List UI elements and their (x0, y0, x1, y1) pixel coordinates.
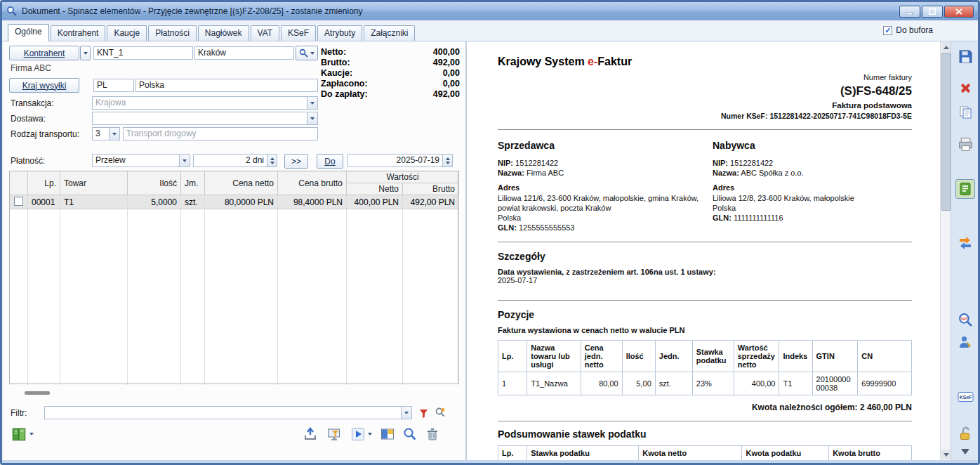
col-brutto[interactable]: Brutto (403, 183, 459, 195)
dostawa-label: Dostawa: (11, 112, 46, 126)
grid-row[interactable]: 00001 T1 5,0000 szt. 80,0000 PLN 98,4000… (10, 195, 459, 209)
zaplacono-label: Zapłacono: (321, 79, 368, 89)
kontrahent-code-field[interactable]: KNT_1 (93, 46, 193, 60)
copy-icon (958, 105, 973, 120)
row-checkbox[interactable] (14, 197, 23, 206)
cell-netto[interactable]: 400,00 PLN (347, 195, 403, 209)
title-bar[interactable]: Dokument - Spinacz elementów - Przyjęcie… (2, 2, 978, 20)
transport-name-field[interactable]: Transport drogowy (123, 127, 318, 140)
tab-platnosci[interactable]: Płatności (148, 25, 197, 41)
items-heading: Pozycje (498, 309, 912, 320)
col-wartosci[interactable]: Wartości (347, 171, 459, 183)
kontrahent-dropdown-icon[interactable] (80, 46, 91, 60)
run-button[interactable] (349, 425, 376, 443)
seller-address-label: Adres (498, 183, 519, 192)
divider (498, 300, 912, 301)
rodzaj-transportu-label: Rodzaj transportu: (11, 127, 79, 141)
kontrahent-button[interactable]: Kontrahent (9, 46, 79, 60)
cancel-button[interactable] (955, 78, 975, 98)
filter-settings-icon[interactable] (433, 405, 447, 419)
cell-cena-brutto[interactable]: 98,4000 PLN (278, 195, 347, 209)
filter-input[interactable] (44, 406, 412, 419)
print-button[interactable] (955, 134, 975, 154)
tab-zalaczniki[interactable]: Załączniki (364, 25, 415, 41)
zoom-button[interactable] (401, 425, 419, 443)
platnosc-select[interactable]: Przelew (92, 154, 190, 167)
buyer-block: Nabywca NIP: 1512281422 Nazwa: ABC Spółk… (713, 139, 912, 232)
tab-ogolne[interactable]: Ogólne (8, 24, 49, 41)
do-date-button[interactable]: Do (317, 154, 343, 169)
close-icon[interactable] (944, 6, 974, 18)
minimize-icon[interactable] (899, 6, 920, 18)
buyer-country: Polska (713, 203, 912, 213)
tab-kontrahent[interactable]: Kontrahent (51, 25, 106, 41)
grid-checkbox-header[interactable] (10, 171, 28, 195)
filter-funnel-icon[interactable] (416, 406, 430, 420)
filter-screen-button[interactable] (325, 425, 343, 443)
country-name-field[interactable]: Polska (135, 79, 318, 92)
cell-jm[interactable]: szt. (181, 195, 205, 209)
preview-scrollbar[interactable] (940, 41, 951, 460)
col-netto[interactable]: Netto (347, 183, 403, 195)
details-heading: Szczegóły (498, 251, 912, 262)
col-cena-netto[interactable]: Cena netto (205, 171, 278, 195)
grid-empty-area[interactable] (10, 209, 459, 385)
transport-code-select[interactable]: 3 (92, 127, 120, 140)
col-towar[interactable]: Towar (60, 171, 128, 195)
do-bufora-checkbox[interactable]: Do bufora (883, 25, 933, 35)
ksef-button[interactable]: KSeF (955, 387, 975, 407)
tab-ksef[interactable]: KSeF (281, 25, 316, 41)
tab-atrybuty[interactable]: Atrybuty (317, 25, 362, 41)
filter-label: Filtr: (11, 406, 27, 420)
cell-brutto[interactable]: 492,00 PLN (403, 195, 459, 209)
cell-towar[interactable]: T1 (60, 195, 128, 209)
termin-stepper[interactable]: 2 dni (193, 154, 277, 167)
chevron-down-icon (307, 97, 317, 109)
termin-date-field[interactable]: 2025-07-19 (347, 154, 453, 167)
cell-lp[interactable]: 00001 (28, 195, 60, 209)
catalog-icon (11, 426, 27, 443)
items-note: Faktura wystawiona w cenach netto w walu… (498, 326, 912, 334)
window-split-icon (380, 426, 395, 442)
catalog-button[interactable] (9, 425, 37, 443)
transfer-button[interactable] (955, 232, 975, 252)
unlock-button[interactable] (955, 424, 975, 443)
col-lp[interactable]: Lp. (28, 171, 60, 195)
buyer-heading: Nabywca (713, 139, 912, 152)
vat-check-button[interactable]: VAT (955, 310, 975, 329)
horizontal-scrollbar-thumb[interactable] (25, 391, 50, 395)
col-cena-brutto[interactable]: Cena brutto (278, 171, 347, 195)
cell-cena-netto[interactable]: 80,0000 PLN (205, 195, 278, 209)
ksef-preview-button[interactable] (955, 179, 975, 199)
country-code-field[interactable]: PL (93, 79, 134, 92)
tab-vat[interactable]: VAT (251, 25, 280, 41)
save-button[interactable] (955, 46, 975, 66)
contractor-edit-button[interactable] (955, 332, 975, 352)
svg-text:VAT: VAT (960, 316, 968, 320)
checkbox-icon[interactable] (883, 26, 892, 35)
maximize-icon[interactable] (922, 6, 943, 18)
scroll-up-icon[interactable] (941, 42, 951, 52)
kontrahent-search-button[interactable] (296, 46, 318, 60)
transakcja-select[interactable]: Krajowa (92, 96, 318, 110)
przesun-termin-button[interactable]: >> (284, 154, 308, 169)
tab-kaucje[interactable]: Kaucje (107, 25, 147, 41)
delete-button[interactable] (423, 425, 442, 443)
export-button[interactable] (301, 425, 319, 443)
app-icon (6, 6, 18, 17)
kraj-wysylki-button[interactable]: Kraj wysyłki (9, 78, 79, 93)
window-split-button[interactable] (378, 425, 397, 443)
tab-naglowek[interactable]: Nagłówek (198, 25, 249, 41)
cell-ilosc[interactable]: 5,0000 (128, 195, 181, 209)
search-icon (299, 48, 308, 58)
copy-button[interactable] (955, 103, 975, 122)
col-jm[interactable]: Jm. (181, 171, 205, 195)
scroll-down-icon[interactable] (941, 450, 951, 459)
col-ilosc[interactable]: Ilość (128, 171, 181, 195)
trash-icon (425, 426, 440, 442)
kontrahent-city-field[interactable]: Kraków (194, 46, 294, 60)
dostawa-select[interactable] (92, 112, 318, 125)
scrollbar-thumb[interactable] (941, 53, 951, 211)
seller-country: Polska (498, 213, 700, 223)
toolbar-scroll-down-icon[interactable] (955, 442, 975, 461)
